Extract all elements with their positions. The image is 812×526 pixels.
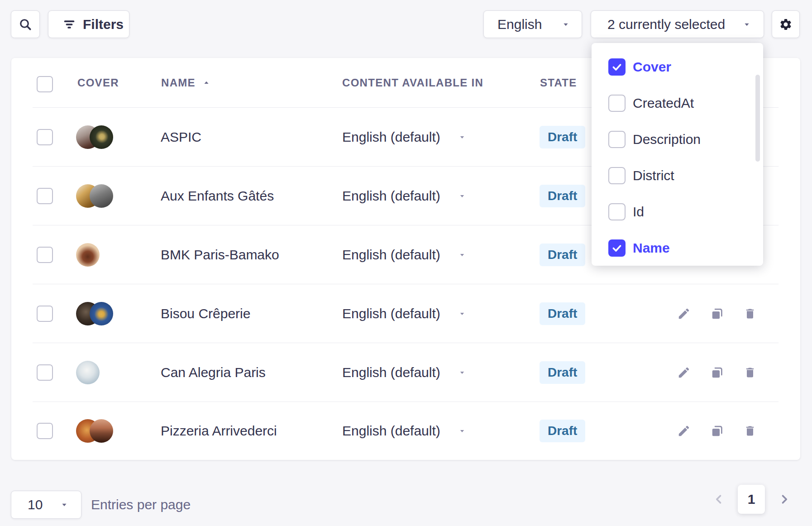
delete-button[interactable]	[740, 363, 760, 383]
check-icon	[611, 61, 623, 73]
column-option-name[interactable]: Name	[592, 230, 763, 266]
chevron-down-icon	[59, 500, 69, 510]
row-checkbox[interactable]	[37, 306, 53, 322]
table-row[interactable]: Pizzeria ArrivederciEnglish (default)Dra…	[11, 402, 800, 460]
restaurant-name: ASPIC	[161, 129, 201, 145]
entries-per-page-value: 10	[28, 497, 43, 512]
chevron-down-icon	[561, 19, 571, 29]
locale-cell-value: English (default)	[342, 247, 440, 263]
unchecked-checkbox[interactable]	[608, 131, 626, 148]
filters-button[interactable]: Filters	[48, 10, 129, 38]
restaurant-name: BMK Paris-Bamako	[161, 247, 279, 263]
delete-button[interactable]	[740, 421, 760, 441]
cover-avatar	[90, 184, 113, 208]
cover-avatar	[90, 419, 113, 443]
cover-avatars	[76, 125, 113, 149]
restaurant-name: Pizzeria Arrivederci	[161, 423, 277, 439]
table-row[interactable]: Can Alegria ParisEnglish (default)Draft	[11, 343, 800, 402]
edit-button[interactable]	[674, 363, 694, 383]
column-option-district[interactable]: District	[592, 158, 763, 194]
chevron-down-icon	[458, 368, 467, 377]
status-badge: Draft	[540, 244, 585, 266]
row-checkbox[interactable]	[37, 423, 53, 439]
settings-button[interactable]	[772, 10, 800, 38]
column-option-label: Cover	[633, 59, 671, 75]
cover-avatars	[76, 243, 100, 267]
column-settings-items: CoverCreatedAtDescriptionDistrictIdName	[592, 49, 763, 266]
entries-per-page-select[interactable]: 10	[11, 491, 81, 519]
duplicate-button[interactable]	[707, 421, 727, 441]
delete-icon	[744, 425, 756, 437]
header-available-in: CONTENT AVAILABLE IN	[342, 77, 483, 89]
locale-cell[interactable]: English (default)	[342, 188, 467, 204]
locale-cell-value: English (default)	[342, 306, 440, 321]
table-row[interactable]: Bisou CrêperieEnglish (default)Draft	[11, 284, 800, 343]
chevron-down-icon	[742, 19, 752, 29]
edit-icon	[677, 366, 691, 379]
cover-avatars	[76, 302, 113, 325]
locale-cell[interactable]: English (default)	[342, 129, 467, 145]
cover-avatars	[76, 361, 100, 384]
restaurant-name: Can Alegria Paris	[161, 365, 266, 380]
delete-button[interactable]	[740, 304, 760, 324]
filter-icon	[62, 18, 76, 31]
column-option-cover[interactable]: Cover	[592, 49, 763, 85]
column-option-description[interactable]: Description	[592, 121, 763, 158]
edit-button[interactable]	[674, 421, 694, 441]
column-option-id[interactable]: Id	[592, 194, 763, 230]
row-checkbox[interactable]	[37, 364, 53, 381]
chevron-down-icon	[458, 426, 467, 435]
column-option-label: District	[633, 168, 674, 183]
row-checkbox[interactable]	[37, 247, 53, 263]
chevron-down-icon	[458, 133, 467, 142]
restaurant-name: Bisou Crêperie	[161, 306, 250, 321]
unchecked-checkbox[interactable]	[608, 203, 626, 220]
locale-select-value: English	[497, 17, 542, 32]
locale-cell[interactable]: English (default)	[342, 247, 467, 263]
filters-label: Filters	[83, 17, 124, 32]
search-button[interactable]	[11, 10, 40, 38]
previous-page-button[interactable]	[709, 489, 729, 509]
header-name-label: NAME	[161, 77, 196, 89]
status-badge: Draft	[540, 361, 585, 384]
next-page-button[interactable]	[774, 489, 794, 509]
chevron-right-icon	[777, 492, 792, 507]
duplicate-button[interactable]	[707, 363, 727, 383]
unchecked-checkbox[interactable]	[608, 167, 626, 184]
row-checkbox[interactable]	[37, 188, 53, 204]
edit-button[interactable]	[674, 304, 694, 324]
locale-cell[interactable]: English (default)	[342, 423, 467, 439]
column-option-createdat[interactable]: CreatedAt	[592, 85, 763, 121]
row-checkbox[interactable]	[37, 129, 53, 145]
select-all-checkbox[interactable]	[37, 76, 53, 92]
delete-icon	[744, 307, 756, 320]
page-1-button[interactable]: 1	[738, 485, 765, 514]
header-cover: COVER	[77, 77, 119, 89]
status-badge: Draft	[540, 420, 585, 442]
header-name[interactable]: NAME	[161, 77, 211, 89]
column-option-label: CreatedAt	[633, 96, 694, 111]
edit-icon	[677, 307, 691, 320]
sort-ascending-icon	[202, 78, 211, 87]
restaurant-name: Aux Enfants Gâtés	[161, 188, 274, 204]
locale-cell[interactable]: English (default)	[342, 365, 467, 380]
chevron-down-icon	[458, 191, 467, 201]
cover-avatar	[90, 302, 113, 325]
locale-select[interactable]: English	[483, 10, 582, 38]
duplicate-icon	[711, 307, 724, 320]
column-option-label: Name	[633, 240, 670, 256]
status-badge: Draft	[540, 185, 585, 207]
scrollbar-thumb[interactable]	[755, 75, 760, 162]
search-icon	[18, 17, 33, 32]
locale-cell[interactable]: English (default)	[342, 306, 467, 321]
unchecked-checkbox[interactable]	[608, 95, 626, 112]
cover-avatars	[76, 419, 113, 443]
cover-avatars	[76, 184, 113, 208]
gear-icon	[779, 18, 793, 31]
checked-checkbox[interactable]	[608, 58, 626, 76]
column-settings-value: 2 currently selected	[607, 17, 725, 32]
column-settings-select[interactable]: 2 currently selected	[591, 10, 764, 38]
check-icon	[611, 242, 623, 254]
duplicate-button[interactable]	[707, 304, 727, 324]
checked-checkbox[interactable]	[608, 239, 626, 257]
